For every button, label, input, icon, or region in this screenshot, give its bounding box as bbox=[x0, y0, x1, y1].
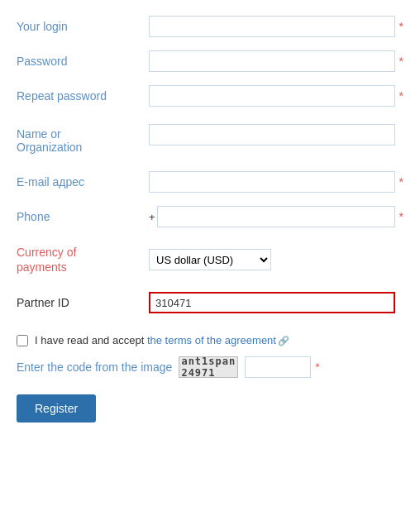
name-org-row: Name or Organization * bbox=[17, 124, 403, 154]
phone-label: Phone bbox=[17, 209, 149, 224]
password-row: Password * bbox=[17, 48, 403, 74]
currency-row: Currency of payments US dollar (USD) Eur… bbox=[17, 245, 403, 275]
email-row: E-mail адрес * bbox=[17, 169, 403, 195]
repeat-password-input[interactable] bbox=[149, 85, 395, 107]
partner-id-label: Partner ID bbox=[17, 295, 149, 310]
email-label: E-mail адрес bbox=[17, 174, 149, 189]
login-label: Your login bbox=[17, 19, 149, 34]
register-button[interactable]: Register bbox=[17, 394, 96, 423]
phone-prefix: + bbox=[149, 211, 155, 223]
captcha-text: ant1span24971 bbox=[181, 356, 236, 378]
captcha-row: Enter the code from the image ant1span24… bbox=[17, 356, 403, 378]
partner-id-input-wrapper bbox=[149, 292, 395, 313]
login-row: Your login * bbox=[17, 13, 403, 40]
captcha-image: ant1span24971 bbox=[179, 356, 238, 378]
name-org-input[interactable] bbox=[149, 124, 395, 146]
partner-id-row: Partner ID * bbox=[17, 289, 403, 316]
agreement-row: I have read and accept the terms of the … bbox=[17, 334, 403, 346]
currency-select[interactable]: US dollar (USD) Euro (EUR) British Pound… bbox=[149, 249, 271, 270]
currency-select-wrapper: US dollar (USD) Euro (EUR) British Pound… bbox=[149, 249, 395, 270]
agreement-link[interactable]: the terms of the agreement bbox=[147, 334, 276, 346]
email-input[interactable] bbox=[149, 171, 395, 193]
password-label: Password bbox=[17, 54, 149, 69]
login-required: * bbox=[399, 20, 403, 33]
email-input-wrapper bbox=[149, 171, 395, 193]
password-input-wrapper bbox=[149, 50, 395, 72]
repeat-password-required: * bbox=[399, 89, 403, 103]
register-button-wrapper: Register bbox=[17, 391, 403, 423]
captcha-required: * bbox=[315, 360, 319, 374]
agreement-text: I have read and accept the terms of the … bbox=[35, 334, 289, 346]
password-required: * bbox=[399, 55, 403, 68]
agreement-checkbox[interactable] bbox=[17, 335, 28, 346]
partner-id-input[interactable] bbox=[149, 292, 395, 313]
captcha-input[interactable] bbox=[245, 356, 311, 378]
email-required: * bbox=[399, 175, 403, 189]
repeat-password-row: Repeat password * bbox=[17, 83, 403, 109]
repeat-password-label: Repeat password bbox=[17, 88, 149, 103]
login-input-wrapper bbox=[149, 16, 395, 37]
phone-required: * bbox=[399, 210, 403, 223]
phone-input-group: + bbox=[149, 206, 395, 227]
repeat-password-input-wrapper bbox=[149, 85, 395, 107]
external-link-icon: 🔗 bbox=[278, 336, 289, 346]
name-org-input-wrapper bbox=[149, 124, 395, 146]
login-input[interactable] bbox=[149, 16, 395, 37]
captcha-label: Enter the code from the image bbox=[17, 360, 172, 374]
phone-row: Phone + * bbox=[17, 203, 403, 230]
name-org-label: Name or Organization bbox=[17, 124, 149, 154]
phone-input[interactable] bbox=[157, 206, 395, 227]
currency-label: Currency of payments bbox=[17, 245, 149, 275]
password-input[interactable] bbox=[149, 50, 395, 72]
